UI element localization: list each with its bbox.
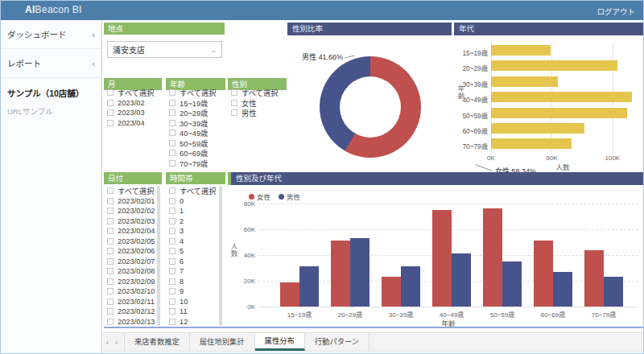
checkbox-icon[interactable] (169, 187, 175, 194)
checkbox-icon[interactable] (169, 258, 175, 265)
date-list-scrollbar[interactable] (157, 186, 160, 326)
tab-item[interactable]: 来店者数推定 (124, 333, 190, 351)
checkbox-option[interactable]: 2023/03 (107, 108, 165, 118)
tab-item[interactable]: 居住地別集計 (190, 333, 255, 351)
hbar-xlabel: 人数 (491, 162, 634, 171)
checkbox-icon[interactable] (169, 218, 175, 224)
checkbox-icon[interactable] (107, 100, 114, 106)
checkbox-icon[interactable] (107, 268, 114, 274)
checkbox-icon[interactable] (169, 150, 175, 156)
checkbox-option[interactable]: 2023/02 (107, 98, 165, 109)
checkbox-option[interactable]: 15~19歳 (169, 98, 227, 109)
checkbox-icon[interactable] (169, 130, 175, 136)
checkbox-icon[interactable] (169, 278, 175, 285)
sidebar-item-sample[interactable]: サンプル（10店舗） (1, 78, 101, 101)
checkbox-icon[interactable] (107, 109, 114, 116)
bar (491, 123, 584, 134)
checkbox-icon[interactable] (107, 89, 114, 96)
donut-callout-line (345, 55, 355, 58)
checkbox-option[interactable]: 70~79歳 (169, 158, 227, 169)
checkbox-icon[interactable] (169, 319, 175, 325)
checkbox-option[interactable]: 男性 (231, 108, 289, 118)
checkbox-icon[interactable] (169, 120, 175, 126)
checkbox-option[interactable]: 60~69歳 (169, 148, 227, 158)
tab-item[interactable]: 行動パターン (305, 333, 369, 351)
checkbox-option[interactable]: 2023/04 (107, 118, 165, 129)
checkbox-icon[interactable] (107, 248, 114, 254)
axis-category-label: 50~59歳 (454, 110, 488, 120)
tab-scroll-right-icon[interactable]: › (112, 333, 121, 351)
location-select-value: 浦安支店 (113, 43, 145, 56)
logout-link[interactable]: ログアウト (597, 6, 635, 17)
checkbox-icon[interactable] (169, 288, 175, 294)
tab-item[interactable]: 属性分布 (255, 333, 305, 351)
checkbox-option[interactable]: 女性 (231, 98, 289, 109)
donut-hole (340, 76, 401, 138)
checkbox-icon[interactable] (107, 238, 114, 245)
checkbox-icon[interactable] (107, 258, 114, 265)
checkbox-icon[interactable] (169, 198, 175, 204)
checkbox-icon[interactable] (169, 308, 175, 315)
age-filter-list: すべて選択15~19歳20~29歳30~39歳40~49歳50~59歳60~69… (169, 88, 227, 168)
bar (452, 253, 471, 307)
checkbox-option[interactable]: 20~29歳 (169, 108, 227, 118)
checkbox-icon[interactable] (169, 160, 175, 167)
checkbox-option[interactable]: すべて選択 (107, 88, 165, 98)
checkbox-icon[interactable] (107, 308, 114, 315)
checkbox-icon[interactable] (107, 298, 114, 305)
checkbox-option[interactable]: 50~59歳 (169, 138, 227, 149)
checkbox-icon[interactable] (169, 100, 175, 106)
location-select[interactable]: 浦安支店 ⌄ (107, 41, 222, 58)
tab-list: 来店者数推定居住地別集計属性分布行動パターン (124, 333, 369, 351)
checkbox-icon[interactable] (169, 298, 175, 305)
checkbox-icon[interactable] (169, 248, 175, 254)
checkbox-icon[interactable] (231, 89, 237, 96)
checkbox-label: 2023/02/12 (118, 307, 155, 315)
checkbox-option[interactable]: 30~39歳 (169, 118, 227, 129)
checkbox-icon[interactable] (107, 187, 114, 194)
checkbox-label: 2023/02/03 (118, 217, 155, 225)
checkbox-icon[interactable] (107, 288, 114, 294)
checkbox-icon[interactable] (107, 208, 114, 214)
axis-tick-label: 50K (543, 154, 559, 162)
bar (491, 108, 627, 118)
checkbox-icon[interactable] (169, 208, 175, 214)
legend-dot (249, 194, 254, 200)
sidebar-item-url-sample[interactable]: URLサンプル (1, 101, 101, 121)
chevron-left-icon: ‹ (92, 60, 95, 67)
checkbox-icon[interactable] (107, 218, 114, 224)
legend-label: 女性 (257, 191, 270, 201)
time-list-scrollbar[interactable] (219, 186, 222, 326)
tab-bar: ‹ › 来店者数推定居住地別集計属性分布行動パターン (103, 332, 643, 352)
axis-category-label: 30~39歳 (454, 79, 488, 88)
checkbox-icon[interactable] (169, 140, 175, 146)
axis-tick-label: 0K (483, 154, 499, 162)
checkbox-icon[interactable] (107, 198, 114, 204)
age-panel-header: 年代 (454, 23, 644, 35)
gridline (258, 307, 638, 307)
checkbox-icon[interactable] (169, 109, 175, 116)
checkbox-label: 2023/02/11 (118, 298, 155, 306)
checkbox-option[interactable]: すべて選択 (169, 88, 227, 98)
sidebar-item-report[interactable]: レポート ‹ (1, 49, 101, 78)
checkbox-label: 2023/02/13 (118, 318, 155, 326)
checkbox-option[interactable]: すべて選択 (231, 88, 289, 98)
tab-scroll-left-icon[interactable]: ‹ (103, 333, 112, 351)
checkbox-icon[interactable] (169, 268, 175, 274)
checkbox-icon[interactable] (231, 109, 237, 116)
checkbox-icon[interactable] (107, 120, 114, 126)
checkbox-icon[interactable] (169, 238, 175, 245)
bar (491, 45, 551, 56)
sidebar-item-dashboard[interactable]: ダッシュボード ‹ (1, 20, 101, 49)
checkbox-icon[interactable] (169, 89, 175, 96)
axis-category-label: 70~79歳 (454, 141, 488, 150)
checkbox-icon[interactable] (107, 228, 114, 234)
checkbox-icon[interactable] (169, 228, 175, 234)
checkbox-icon[interactable] (107, 278, 114, 285)
checkbox-icon[interactable] (107, 319, 114, 325)
checkbox-option[interactable]: 40~49歳 (169, 128, 227, 138)
checkbox-icon[interactable] (231, 100, 237, 106)
checkbox-label: 2023/02/05 (118, 237, 155, 245)
legend-item[interactable]: 男性 (279, 191, 300, 201)
age-bar-chart: 年齢 人数 0K50K100K15~19歳20~29歳30~39歳40~49歳5… (454, 35, 644, 170)
